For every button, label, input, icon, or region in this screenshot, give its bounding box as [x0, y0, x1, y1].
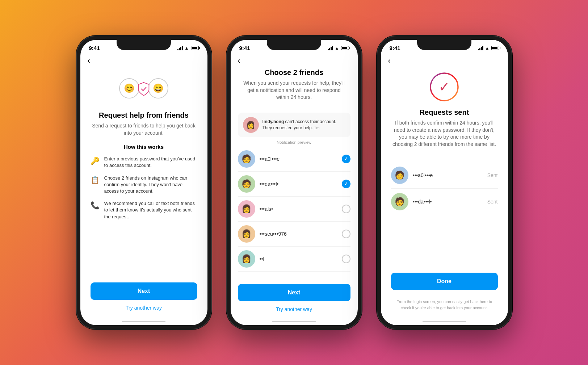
success-checkmark: ✓ [438, 80, 450, 94]
notif-label: Notification preview [231, 140, 358, 144]
choose-header: Choose 2 friends When you send your requ… [231, 68, 358, 113]
next-button-2[interactable]: Next [238, 284, 350, 301]
time-1: 9:41 [89, 45, 100, 51]
friend-item-3[interactable]: 👩 •••seu•••976 [238, 222, 350, 247]
friend-checkbox-1[interactable]: ✓ [342, 180, 350, 188]
key-icon: 🔑 [91, 156, 99, 165]
phone-icon: 📞 [91, 201, 99, 210]
how-text-2: Choose 2 friends on Instagram who can co… [104, 175, 197, 195]
battery-icon-3 [491, 46, 499, 50]
battery-icon-2 [341, 46, 349, 50]
sent-name-0: •••a0l•••e [413, 172, 483, 178]
friend-name-2: •••als• [260, 206, 337, 212]
battery-icon-1 [191, 46, 199, 50]
signal-icon-3 [478, 46, 483, 50]
friend-item-2[interactable]: 👩 •••als• [238, 197, 350, 222]
signal-icon-2 [328, 46, 333, 50]
back-arrow-2[interactable]: ‹ [238, 56, 240, 65]
friend-avatar-0: 🧑 [238, 150, 255, 168]
friend-item-1[interactable]: 🧑 •••da•••l• ✓ [238, 172, 350, 197]
nav-back-2[interactable]: ‹ [231, 53, 358, 68]
phone2-body: Choose 2 friends When you send your requ… [231, 68, 358, 318]
sent-list: 🧑 •••a0l•••e Sent 🧑 •••da•••l• Sent [391, 162, 498, 215]
friend-checkbox-3[interactable] [342, 230, 350, 238]
done-button[interactable]: Done [391, 273, 498, 290]
notch-3 [417, 40, 471, 50]
sent-status-1: Sent [487, 199, 498, 205]
notch-1 [117, 40, 171, 50]
friend-item-0[interactable]: 🧑 •••a0l•••e ✓ [238, 147, 350, 172]
phone1-title: Request help from friends [91, 111, 197, 119]
bottom-actions-1: Next Try another way [91, 277, 197, 318]
nav-back-3[interactable]: ‹ [381, 53, 508, 68]
friend-checkbox-2[interactable] [342, 205, 350, 213]
notif-time: 1m [314, 126, 319, 130]
try-another-2[interactable]: Try another way [276, 306, 312, 312]
phone-1: 9:41 ▲ ‹ 😊 [76, 35, 212, 330]
bottom-note: From the login screen, you can easily ge… [391, 299, 498, 311]
friend-avatar-1: 🧑 [238, 175, 255, 193]
how-item-3: 📞 We recommend you call or text both fri… [91, 200, 197, 220]
notification-preview: 👩 lindy.hong can't access their account.… [238, 113, 350, 137]
sent-avatar-1: 🧑 [391, 193, 408, 210]
friends-list: 🧑 •••a0l•••e ✓ 🧑 •••da•••l• ✓ [231, 147, 358, 280]
phone3-body: ✓ Requests sent If both friends confirm … [381, 68, 508, 318]
wifi-icon-2: ▲ [335, 46, 339, 51]
notif-user: lindy.hong [262, 119, 284, 124]
phone-3: 9:41 ▲ ‹ [377, 35, 512, 330]
home-indicator-2 [231, 318, 358, 325]
time-3: 9:41 [390, 45, 400, 51]
check-icon-1: ✓ [344, 181, 348, 186]
try-another-1[interactable]: Try another way [126, 305, 162, 311]
how-item-2: 📋 Choose 2 friends on Instagram who can … [91, 175, 197, 195]
shield-badge [137, 82, 150, 95]
friend-name-1: •••da•••l• [260, 181, 337, 187]
nav-back-1[interactable]: ‹ [80, 53, 207, 68]
face-left: 😊 [119, 78, 139, 98]
check-icon-0: ✓ [344, 156, 348, 161]
phone2-title: Choose 2 friends [241, 68, 348, 77]
notif-text: lindy.hong can't access their account. T… [262, 119, 345, 131]
phone2-subtitle: When you send your requests for help, th… [241, 80, 348, 101]
friend-name-4: ••f [260, 256, 337, 262]
bottom-actions-3: Done From the login screen, you can easi… [391, 267, 498, 318]
bottom-actions-2: Next Try another way [231, 280, 358, 318]
phone-2: 9:41 ▲ ‹ Choose 2 friends [226, 35, 362, 330]
wifi-icon-1: ▲ [185, 46, 189, 51]
friend-avatar-4: 👩 [238, 250, 255, 268]
sent-item-0: 🧑 •••a0l•••e Sent [391, 162, 498, 189]
illustration-1: 😊 😄 [91, 72, 197, 105]
friend-avatar-3: 👩 [238, 225, 255, 243]
next-button-1[interactable]: Next [91, 282, 197, 300]
how-title: How this works [91, 144, 197, 150]
phone1-body: 😊 😄 Request help from friends Send a req… [80, 68, 207, 318]
notif-avatar: 👩 [243, 117, 259, 133]
how-item-1: 🔑 Enter a previous password that you've … [91, 156, 197, 169]
sent-item-1: 🧑 •••da•••l• Sent [391, 189, 498, 215]
how-text-1: Enter a previous password that you've us… [104, 156, 197, 169]
friend-name-0: •••a0l•••e [260, 156, 337, 162]
home-indicator-1 [80, 318, 207, 325]
phone3-description: If both friends confirm within 24 hours,… [391, 119, 498, 148]
friend-checkbox-0[interactable]: ✓ [342, 155, 350, 163]
phone1-subtitle: Send a request to friends to help you ge… [91, 122, 197, 137]
friend-avatar-2: 👩 [238, 200, 255, 218]
phone3-title: Requests sent [391, 108, 498, 117]
how-text-3: We recommend you call or text both frien… [104, 200, 197, 220]
sent-name-1: •••da•••l• [413, 199, 483, 205]
back-arrow-1[interactable]: ‹ [88, 56, 90, 65]
how-items: 🔑 Enter a previous password that you've … [91, 156, 197, 277]
back-arrow-3[interactable]: ‹ [388, 56, 391, 65]
gradient-ring: ✓ [429, 72, 459, 102]
time-2: 9:41 [239, 45, 250, 51]
status-icons-2: ▲ [328, 46, 349, 51]
friend-name-3: •••seu•••976 [260, 231, 337, 237]
success-icon: ✓ [391, 72, 498, 102]
friend-checkbox-4[interactable] [342, 255, 350, 263]
home-indicator-3 [381, 318, 508, 325]
face-right: 😄 [148, 78, 168, 98]
friend-item-4[interactable]: 👩 ••f [238, 247, 350, 272]
status-icons-3: ▲ [478, 46, 499, 51]
signal-icon-1 [177, 46, 183, 50]
list-icon: 📋 [91, 176, 99, 184]
